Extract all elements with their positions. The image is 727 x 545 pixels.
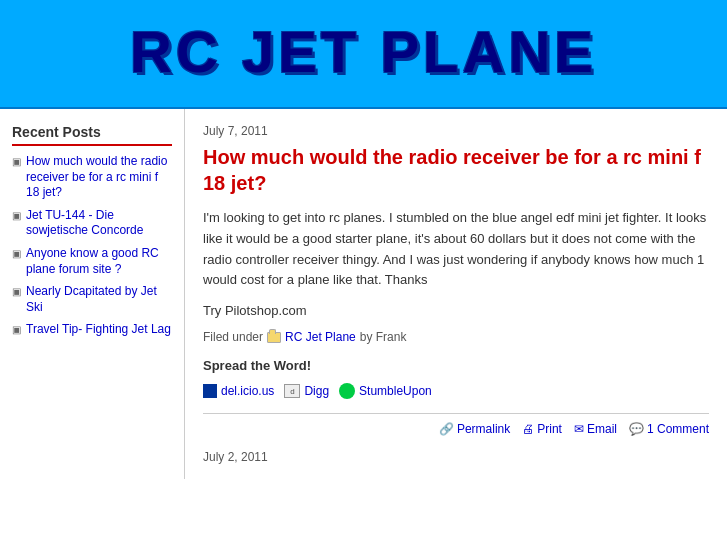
share-digg-label: Digg [304, 384, 329, 398]
folder-icon [267, 332, 281, 343]
post-author: by Frank [360, 330, 407, 344]
post-filed: Filed under RC Jet Plane by Frank [203, 330, 709, 344]
post-body: I'm looking to get into rc planes. I stu… [203, 208, 709, 291]
email-label: Email [587, 422, 617, 436]
delicious-icon [203, 384, 217, 398]
post-date: July 7, 2011 [203, 124, 709, 138]
doc-icon: ▣ [12, 324, 21, 335]
share-stumbleupon-label: StumbleUpon [359, 384, 432, 398]
doc-icon: ▣ [12, 210, 21, 221]
share-digg[interactable]: d Digg [284, 384, 329, 398]
doc-icon: ▣ [12, 156, 21, 167]
email-icon: ✉ [574, 422, 584, 436]
filed-label: Filed under [203, 330, 263, 344]
doc-icon: ▣ [12, 286, 21, 297]
print-link[interactable]: 🖨 Print [522, 422, 562, 436]
sidebar-post-link-3[interactable]: Anyone know a good RC plane forum site ? [26, 246, 172, 277]
list-item: ▣ How much would the radio receiver be f… [12, 154, 172, 201]
permalink-label: Permalink [457, 422, 510, 436]
sidebar-post-link-1[interactable]: How much would the radio receiver be for… [26, 154, 172, 201]
stumbleupon-icon [339, 383, 355, 399]
list-item: ▣ Jet TU-144 - Die sowjetische Concorde [12, 208, 172, 239]
share-delicious-label: del.icio.us [221, 384, 274, 398]
share-stumbleupon[interactable]: StumbleUpon [339, 383, 432, 399]
permalink-link[interactable]: 🔗 Permalink [439, 422, 510, 436]
print-label: Print [537, 422, 562, 436]
page-container: Recent Posts ▣ How much would the radio … [0, 109, 727, 479]
list-item: ▣ Anyone know a good RC plane forum site… [12, 246, 172, 277]
share-links: del.icio.us d Digg StumbleUpon [203, 383, 709, 399]
post-footer: 🔗 Permalink 🖨 Print ✉ Email 💬 1 Comment [203, 413, 709, 436]
list-item: ▣ Travel Tip- Fighting Jet Lag [12, 322, 172, 338]
post-title: How much would the radio receiver be for… [203, 144, 709, 196]
site-header: RC JET PLANE [0, 0, 727, 109]
main-content: July 7, 2011 How much would the radio re… [185, 109, 727, 479]
doc-icon: ▣ [12, 248, 21, 259]
comments-link[interactable]: 💬 1 Comment [629, 422, 709, 436]
permalink-icon: 🔗 [439, 422, 454, 436]
sidebar-heading: Recent Posts [12, 124, 172, 146]
post-category-link[interactable]: RC Jet Plane [285, 330, 356, 344]
sidebar: Recent Posts ▣ How much would the radio … [0, 109, 185, 479]
comment-icon: 💬 [629, 422, 644, 436]
email-link[interactable]: ✉ Email [574, 422, 617, 436]
print-icon: 🖨 [522, 422, 534, 436]
site-title: RC JET PLANE [10, 18, 717, 85]
list-item: ▣ Nearly Dcapitated by Jet Ski [12, 284, 172, 315]
spread-word-label: Spread the Word! [203, 358, 709, 373]
recent-posts-list: ▣ How much would the radio receiver be f… [12, 154, 172, 338]
post-try: Try Pilotshop.com [203, 303, 709, 318]
share-delicious[interactable]: del.icio.us [203, 384, 274, 398]
sidebar-post-link-2[interactable]: Jet TU-144 - Die sowjetische Concorde [26, 208, 172, 239]
digg-icon: d [284, 384, 300, 398]
comments-label: 1 Comment [647, 422, 709, 436]
sidebar-post-link-4[interactable]: Nearly Dcapitated by Jet Ski [26, 284, 172, 315]
next-post-date: July 2, 2011 [203, 450, 709, 464]
sidebar-post-link-5[interactable]: Travel Tip- Fighting Jet Lag [26, 322, 171, 338]
